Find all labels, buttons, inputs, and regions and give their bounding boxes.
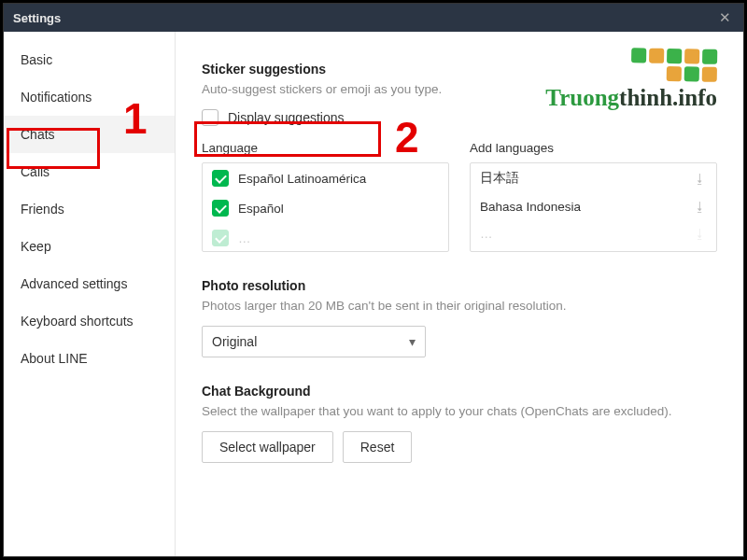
sidebar-item-notifications[interactable]: Notifications: [4, 78, 175, 116]
sidebar-item-about[interactable]: About LINE: [4, 340, 175, 377]
add-language-item[interactable]: Bahasa Indonesia ⭳: [471, 193, 716, 220]
language-columns: Language Español Latinoamérica Español: [202, 141, 717, 252]
bg-buttons: Select wallpaper Reset: [202, 431, 717, 463]
display-suggestions-label: Display suggestions: [228, 110, 345, 125]
language-item[interactable]: Español Latinoamérica: [203, 163, 448, 193]
language-checkbox[interactable]: [212, 230, 229, 246]
close-button[interactable]: ✕: [715, 8, 734, 27]
language-label: Español: [238, 202, 284, 216]
content-area: Basic Notifications Chats Calls Friends …: [4, 32, 743, 556]
section-sticker: Sticker suggestions Auto-suggest sticker…: [202, 62, 717, 252]
language-label: Español Latinoamérica: [238, 172, 366, 186]
display-suggestions-row[interactable]: Display suggestions: [202, 109, 717, 126]
language-checkbox[interactable]: [212, 170, 229, 187]
sidebar-item-keep[interactable]: Keep: [4, 228, 175, 265]
settings-window: Settings ✕ Basic Notifications Chats Cal…: [3, 3, 744, 557]
download-icon[interactable]: ⭳: [694, 172, 707, 186]
download-icon[interactable]: ⭳: [694, 200, 707, 214]
sidebar-item-advanced[interactable]: Advanced settings: [4, 265, 175, 302]
section-photo: Photo resolution Photos larger than 20 M…: [202, 278, 717, 357]
window-title: Settings: [13, 11, 61, 25]
section-desc-bg: Select the wallpaper that you want to ap…: [202, 404, 717, 418]
sidebar-item-keyboard[interactable]: Keyboard shortcuts: [4, 302, 175, 340]
sidebar-item-calls[interactable]: Calls: [4, 153, 175, 190]
language-item[interactable]: …: [203, 223, 448, 252]
select-wallpaper-button[interactable]: Select wallpaper: [202, 431, 333, 463]
section-title-bg: Chat Background: [202, 384, 717, 399]
add-language-item[interactable]: … ⭳: [471, 220, 716, 247]
language-header: Language: [202, 141, 449, 155]
add-language-label: …: [480, 227, 493, 241]
sidebar-item-basic[interactable]: Basic: [4, 41, 175, 78]
section-title-sticker: Sticker suggestions: [202, 62, 717, 77]
sidebar: Basic Notifications Chats Calls Friends …: [4, 32, 176, 556]
sidebar-item-chats[interactable]: Chats: [4, 116, 175, 153]
add-language-item[interactable]: 日本語 ⭳: [471, 163, 716, 193]
close-icon: ✕: [719, 9, 731, 26]
section-desc-sticker: Auto-suggest stickers or emoji as you ty…: [202, 82, 717, 96]
language-checkbox[interactable]: [212, 200, 229, 217]
titlebar: Settings ✕: [4, 4, 743, 32]
sidebar-item-friends[interactable]: Friends: [4, 190, 175, 228]
language-col: Language Español Latinoamérica Español: [202, 141, 449, 252]
display-suggestions-checkbox[interactable]: [202, 109, 218, 126]
chevron-down-icon: ▾: [409, 334, 416, 349]
add-language-label: Bahasa Indonesia: [480, 200, 581, 214]
section-title-photo: Photo resolution: [202, 278, 717, 293]
add-language-label: 日本語: [480, 170, 519, 187]
language-item[interactable]: Español: [203, 193, 448, 223]
add-language-header: Add languages: [470, 141, 717, 155]
section-desc-photo: Photos larger than 20 MB can't be sent i…: [202, 299, 717, 313]
main-panel: Sticker suggestions Auto-suggest sticker…: [176, 32, 743, 556]
language-label: …: [238, 231, 251, 245]
dropdown-value: Original: [212, 334, 257, 349]
language-list[interactable]: Español Latinoamérica Español …: [202, 162, 449, 252]
reset-button[interactable]: Reset: [343, 431, 413, 463]
section-background: Chat Background Select the wallpaper tha…: [202, 384, 717, 463]
add-language-list[interactable]: 日本語 ⭳ Bahasa Indonesia ⭳ … ⭳: [470, 162, 717, 252]
download-icon[interactable]: ⭳: [694, 227, 707, 241]
photo-resolution-dropdown[interactable]: Original ▾: [202, 326, 426, 357]
add-language-col: Add languages 日本語 ⭳ Bahasa Indonesia ⭳: [470, 141, 717, 252]
